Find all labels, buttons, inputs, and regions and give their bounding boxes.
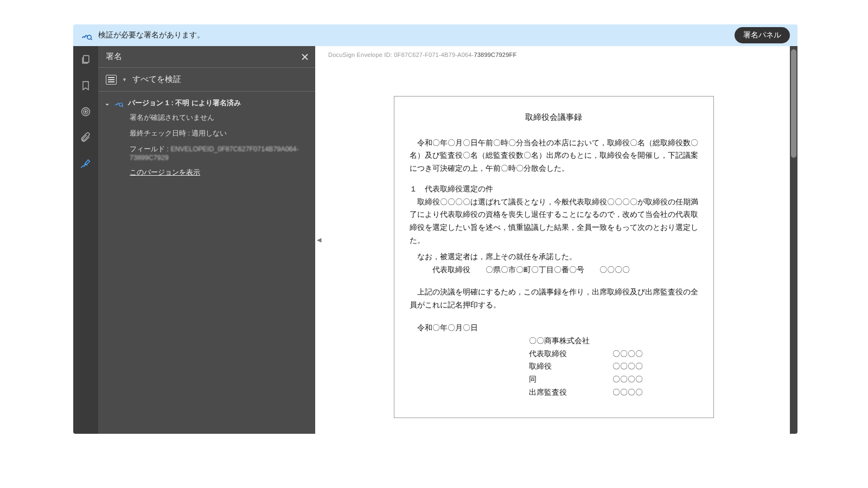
signature-field-label: フィールド : — [130, 145, 170, 153]
doc-paragraph: 上記の決議を明確にするため，この議事録を作り，出席取締役及び出席監査役の全員がこ… — [410, 286, 698, 312]
signature-version-row[interactable]: ⌄ バージョン 1 : 不明 により署名済み — [105, 98, 308, 108]
version-head-label: バージョン 1 : 不明 により署名済み — [128, 98, 241, 108]
signatory-row: 同 〇〇〇〇 — [529, 373, 698, 386]
signature-status-icon — [114, 98, 124, 108]
target-icon[interactable] — [80, 106, 92, 118]
signature-panel-button[interactable]: 署名パネル — [735, 27, 790, 43]
signatory-row: 取締役 〇〇〇〇 — [529, 360, 698, 373]
signatory-row: 代表取締役 〇〇〇〇 — [529, 348, 698, 361]
signatory-row: 出席監査役 〇〇〇〇 — [529, 386, 698, 399]
attachment-icon[interactable] — [80, 132, 92, 144]
scrollbar-thumb[interactable] — [791, 49, 796, 158]
verify-all-row[interactable]: ▼ すべてを検証 — [98, 68, 315, 92]
notification-message: 検証が必要な署名があります。 — [98, 30, 205, 40]
document-page: 取締役会議事録 令和〇年〇月〇日午前〇時〇分当会社の本店において，取締役〇名（総… — [394, 96, 714, 418]
svg-point-4 — [85, 111, 87, 113]
signature-side-panel: 署名 ▼ すべてを検証 ⌄ — [98, 46, 315, 434]
envelope-id-label: DocuSign Envelope ID: 0F87C627-F071-4B79… — [326, 52, 781, 58]
svg-rect-1 — [84, 56, 89, 63]
signature-field-row: フィールド : ENVELOPEID_0F87C627F0714B79A064-… — [130, 145, 308, 162]
doc-date: 令和〇年〇月〇日 — [410, 322, 698, 335]
doc-section-heading: １ 代表取締役選定の件 — [410, 183, 698, 196]
options-list-icon — [106, 75, 117, 85]
signature-pen-icon[interactable] — [80, 158, 92, 170]
verify-all-label: すべてを検証 — [132, 74, 181, 85]
document-viewer: ◀ DocuSign Envelope ID: 0F87C627-F071-4B… — [315, 46, 797, 434]
doc-company: 〇〇商事株式会社 — [529, 335, 698, 348]
pages-icon[interactable] — [80, 54, 92, 66]
left-tool-rail — [73, 46, 98, 434]
dropdown-caret-icon: ▼ — [122, 77, 127, 82]
app-window: 検証が必要な署名があります。 署名パネル — [73, 24, 797, 434]
collapse-panel-caret-icon[interactable]: ◀ — [315, 230, 323, 250]
signature-lastcheck-label: 最終チェック日時 : 適用しない — [130, 129, 308, 138]
scrollbar[interactable] — [790, 46, 797, 434]
doc-representative-line: 代表取締役 〇県〇市〇町〇丁目〇番〇号 〇〇〇〇 — [410, 264, 698, 277]
doc-title: 取締役会議事録 — [410, 111, 698, 125]
signature-notification-bar: 検証が必要な署名があります。 署名パネル — [73, 24, 797, 46]
signature-unverified-label: 署名が確認されていません — [130, 113, 308, 123]
doc-paragraph: 令和〇年〇月〇日午前〇時〇分当会社の本店において，取締役〇名（総取締役数〇名）及… — [410, 137, 698, 175]
doc-paragraph: 取締役〇〇〇〇は選ばれて議長となり，今般代表取締役〇〇〇〇が取締役の任期満了によ… — [410, 196, 698, 247]
panel-title: 署名 — [106, 52, 122, 62]
close-icon[interactable] — [301, 53, 309, 61]
doc-note: なお，被選定者は，席上その就任を承諾した。 — [410, 251, 698, 264]
signature-verify-icon — [81, 29, 93, 41]
chevron-down-icon[interactable]: ⌄ — [105, 100, 110, 107]
bookmark-icon[interactable] — [80, 80, 92, 92]
show-version-link[interactable]: このバージョンを表示 — [130, 168, 308, 177]
